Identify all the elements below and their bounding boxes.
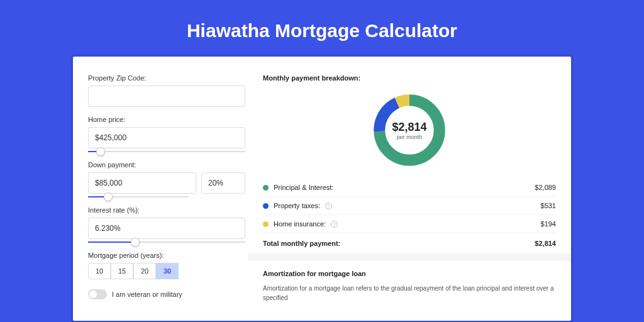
donut-chart-wrap: $2,814 per month bbox=[263, 87, 556, 179]
legend-row: Property taxes:?$531 bbox=[263, 197, 556, 215]
donut-sublabel: per month bbox=[397, 134, 423, 140]
legend-value: $531 bbox=[541, 202, 556, 209]
donut-value: $2,814 bbox=[392, 121, 426, 134]
breakdown-column: Monthly payment breakdown: $2,814 per mo… bbox=[263, 74, 556, 303]
zip-input[interactable] bbox=[88, 86, 245, 107]
legend-dot bbox=[263, 203, 269, 209]
period-button-30[interactable]: 30 bbox=[156, 263, 179, 279]
interest-field: Interest rate (%): bbox=[88, 206, 245, 243]
total-label: Total monthly payment: bbox=[263, 240, 340, 247]
info-icon[interactable]: ? bbox=[331, 221, 338, 228]
legend-value: $2,089 bbox=[535, 184, 556, 191]
interest-label: Interest rate (%): bbox=[88, 206, 245, 214]
period-field: Mortgage period (years): 10152030 bbox=[88, 252, 245, 279]
veteran-row: I am veteran or military bbox=[88, 289, 245, 299]
amortization-title: Amortization for mortgage loan bbox=[263, 270, 556, 277]
period-button-10[interactable]: 10 bbox=[88, 263, 111, 279]
legend-label: Property taxes: bbox=[274, 202, 320, 209]
amortization-text: Amortization for a mortgage loan refers … bbox=[263, 284, 556, 303]
legend-row: Principal & Interest:$2,089 bbox=[263, 179, 556, 197]
page-title: Hiawatha Mortgage Calculator bbox=[0, 0, 644, 57]
form-column: Property Zip Code: Home price: Down paym… bbox=[88, 74, 245, 303]
veteran-toggle[interactable] bbox=[88, 289, 107, 299]
home-price-field: Home price: bbox=[88, 116, 245, 152]
legend-dot bbox=[263, 185, 269, 191]
down-payment-label: Down payment: bbox=[88, 161, 245, 169]
down-payment-pct-input[interactable] bbox=[201, 172, 245, 194]
total-row: Total monthly payment: $2,814 bbox=[263, 233, 556, 253]
interest-input[interactable] bbox=[88, 218, 245, 239]
legend-list: Principal & Interest:$2,089Property taxe… bbox=[263, 179, 556, 233]
legend-row: Home insurance:?$194 bbox=[263, 215, 556, 233]
total-value: $2,814 bbox=[535, 240, 556, 247]
down-payment-amount-input[interactable] bbox=[88, 172, 196, 194]
interest-slider[interactable] bbox=[88, 242, 245, 243]
zip-label: Property Zip Code: bbox=[88, 74, 245, 82]
period-button-20[interactable]: 20 bbox=[133, 263, 156, 279]
legend-dot bbox=[263, 221, 269, 227]
home-price-slider[interactable] bbox=[88, 151, 245, 152]
legend-value: $194 bbox=[541, 220, 556, 228]
home-price-label: Home price: bbox=[88, 116, 245, 123]
legend-label: Principal & Interest: bbox=[274, 184, 333, 191]
toggle-thumb bbox=[89, 291, 97, 298]
period-buttons: 10152030 bbox=[88, 263, 245, 279]
zip-field: Property Zip Code: bbox=[88, 74, 245, 107]
breakdown-title: Monthly payment breakdown: bbox=[263, 74, 556, 82]
home-price-input[interactable] bbox=[88, 127, 245, 148]
down-payment-slider[interactable] bbox=[88, 196, 189, 197]
period-button-15[interactable]: 15 bbox=[111, 263, 133, 279]
amortization-section: Amortization for mortgage loan Amortizat… bbox=[248, 253, 571, 303]
calculator-card: Property Zip Code: Home price: Down paym… bbox=[73, 57, 571, 321]
donut-center: $2,814 per month bbox=[370, 91, 449, 170]
info-icon[interactable]: ? bbox=[325, 203, 332, 209]
legend-label: Home insurance: bbox=[274, 220, 326, 228]
period-label: Mortgage period (years): bbox=[88, 252, 245, 259]
donut-chart: $2,814 per month bbox=[370, 91, 449, 170]
down-payment-field: Down payment: bbox=[88, 161, 245, 197]
veteran-label: I am veteran or military bbox=[112, 291, 182, 298]
